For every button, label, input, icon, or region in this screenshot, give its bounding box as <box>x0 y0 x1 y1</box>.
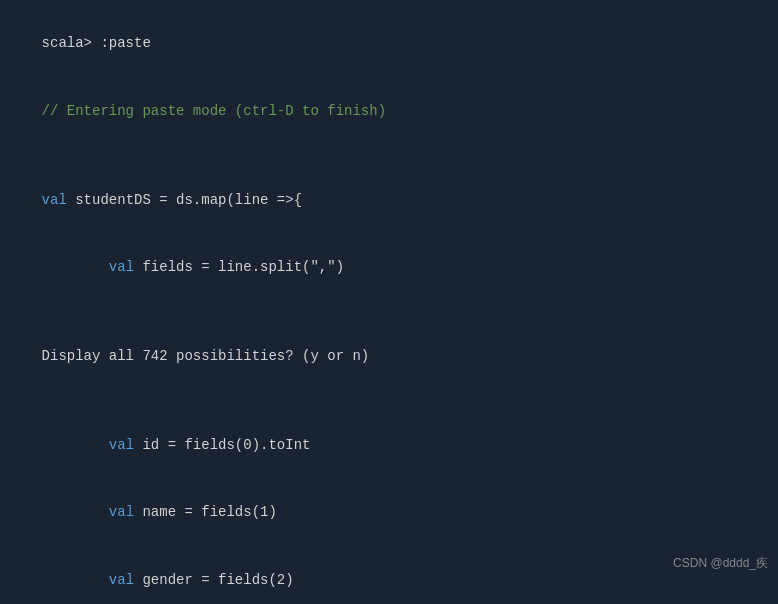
terminal-line-1: scala> :paste <box>8 10 770 77</box>
code-name: name = fields(1) <box>142 504 276 520</box>
terminal-line-10: val name = fields(1) <box>8 479 770 546</box>
code-id: id = fields(0).toInt <box>142 437 310 453</box>
keyword-val-1: val <box>42 192 76 208</box>
empty-line-3 <box>8 390 770 412</box>
terminal-line-11: val gender = fields(2) <box>8 546 770 604</box>
terminal-line-4: val studentDS = ds.map(line =>{ <box>8 166 770 233</box>
terminal-line-2: // Entering paste mode (ctrl-D to finish… <box>8 77 770 144</box>
empty-line-1 <box>8 144 770 166</box>
comment-entering-paste: // Entering paste mode (ctrl-D to finish… <box>42 103 386 119</box>
indent-3 <box>42 437 109 453</box>
prompt-text: scala> :paste <box>42 35 151 51</box>
indent-4 <box>42 504 109 520</box>
empty-line-2 <box>8 301 770 323</box>
terminal-line-9: val id = fields(0).toInt <box>8 412 770 479</box>
keyword-val-2: val <box>109 259 143 275</box>
indent-2 <box>42 259 109 275</box>
terminal-line-5: val fields = line.split(",") <box>8 234 770 301</box>
terminal-window: scala> :paste // Entering paste mode (ct… <box>0 0 778 604</box>
keyword-val-5: val <box>109 572 143 588</box>
watermark: CSDN @dddd_疾 <box>673 555 768 572</box>
keyword-val-4: val <box>109 504 143 520</box>
code-gender: gender = fields(2) <box>142 572 293 588</box>
display-question: Display all 742 possibilities? (y or n) <box>42 348 370 364</box>
code-studentds: studentDS = ds.map(line =>{ <box>75 192 302 208</box>
keyword-val-3: val <box>109 437 143 453</box>
terminal-line-7: Display all 742 possibilities? (y or n) <box>8 323 770 390</box>
indent-5 <box>42 572 109 588</box>
code-fields: fields = line.split(",") <box>142 259 344 275</box>
